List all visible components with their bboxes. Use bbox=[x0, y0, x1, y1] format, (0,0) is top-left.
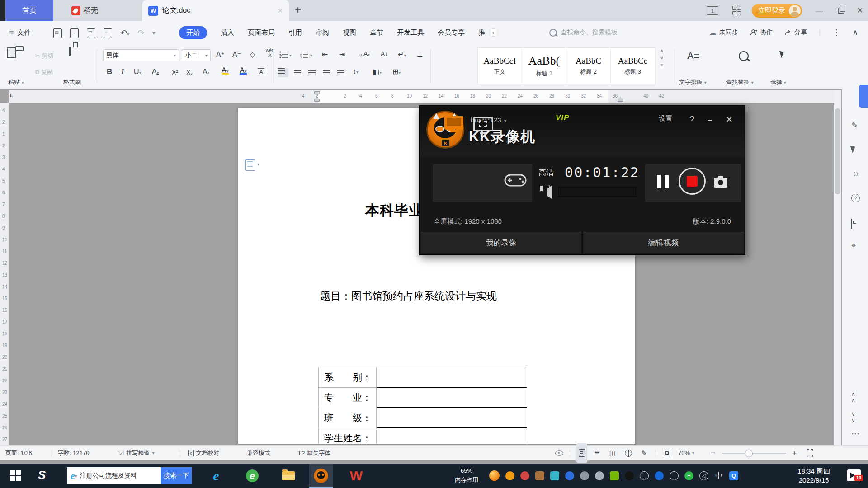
collaborate-button[interactable]: 协作 bbox=[750, 28, 773, 37]
tray-shield-app-icon[interactable] bbox=[565, 471, 574, 480]
apps-grid-icon[interactable] bbox=[727, 0, 745, 21]
menu-tab-7[interactable]: 开发工具 bbox=[397, 28, 424, 37]
read-mode-button[interactable]: ◫ bbox=[609, 446, 616, 460]
menu-tab-8[interactable]: 会员专享 bbox=[438, 28, 465, 37]
increase-indent-icon[interactable]: ⇥ bbox=[339, 50, 345, 59]
vertical-ruler[interactable]: 4212345678910111213141516171819202122232… bbox=[0, 103, 9, 445]
notification-icon[interactable]: 10 bbox=[847, 469, 861, 481]
align-distribute-icon[interactable] bbox=[337, 70, 344, 75]
kk-region-mode-icon[interactable] bbox=[473, 117, 493, 131]
print-icon[interactable] bbox=[87, 28, 95, 38]
menu-tab-5[interactable]: 视图 bbox=[343, 28, 356, 37]
tray-speaker-icon[interactable]: ◁ bbox=[699, 471, 708, 480]
select-icon[interactable] bbox=[779, 50, 786, 58]
search-go-button[interactable]: 搜索一下 bbox=[161, 467, 192, 484]
highlight-color-icon[interactable]: A▾ bbox=[222, 66, 229, 75]
zoom-slider-knob[interactable] bbox=[745, 450, 753, 457]
bullet-list-caret[interactable]: ▾ bbox=[289, 53, 292, 58]
window-count-icon[interactable]: 1 bbox=[703, 0, 722, 21]
font-name-select[interactable]: 黑体▾ bbox=[103, 49, 179, 61]
compat-mode[interactable]: 兼容模式 bbox=[247, 446, 270, 460]
tray-bluetooth-icon[interactable] bbox=[655, 471, 664, 480]
numbered-list-caret[interactable]: ▾ bbox=[310, 53, 312, 58]
kk-minimize-button[interactable]: – bbox=[708, 114, 712, 125]
superscript-icon[interactable]: X² bbox=[172, 69, 178, 76]
pen-icon[interactable]: ✎ bbox=[851, 121, 858, 131]
kk-recorder-window[interactable]: K hua***123 ▼ VIP KK录像机 设置 ? – ✕ 高清 00:0… bbox=[419, 105, 745, 255]
menu-tab-2[interactable]: 页面布局 bbox=[248, 28, 275, 37]
tray-qq-browser-icon[interactable]: Q bbox=[729, 471, 738, 480]
page-setup-caret[interactable]: ▾ bbox=[257, 162, 259, 167]
collapse-ribbon-icon[interactable]: ∧ bbox=[852, 28, 858, 38]
styles-gallery-more[interactable]: ∧∨≡ bbox=[657, 48, 666, 67]
taskbar-search-box[interactable]: e ▾ 注册公司流程及资料 搜索一下 bbox=[67, 467, 192, 484]
menu-tab-4[interactable]: 审阅 bbox=[316, 28, 329, 37]
format-painter-label[interactable]: 格式刷 bbox=[63, 78, 81, 86]
tray-usb-icon[interactable] bbox=[670, 471, 679, 480]
grow-font-icon[interactable]: A⁺ bbox=[216, 50, 225, 59]
scrollbar-thumb[interactable] bbox=[835, 108, 840, 194]
tab-docer[interactable]: 稻壳 bbox=[55, 0, 114, 21]
tab-selector-icon[interactable]: L bbox=[10, 93, 13, 98]
format-painter-button[interactable] bbox=[69, 47, 71, 56]
tray-360-safe-icon[interactable]: + bbox=[684, 471, 693, 480]
zoom-out-button[interactable]: − bbox=[711, 446, 715, 460]
taskbar-kk-recorder[interactable] bbox=[309, 464, 333, 488]
underline-icon[interactable]: U▾ bbox=[134, 68, 142, 76]
numbered-list-icon[interactable]: 123 bbox=[300, 51, 309, 58]
missing-font-button[interactable]: T?缺失字体 bbox=[297, 446, 330, 460]
kk-my-recordings-button[interactable]: 我的录像 bbox=[421, 232, 581, 253]
vertical-scrollbar[interactable] bbox=[834, 90, 841, 445]
sort-icon[interactable]: A↓ bbox=[381, 50, 388, 57]
share-button[interactable]: 分享 bbox=[784, 28, 807, 37]
location-icon[interactable]: ⌖ bbox=[851, 241, 856, 250]
find-replace-label[interactable]: 查找替换 ▾ bbox=[726, 78, 754, 86]
kk-game-mode-icon[interactable] bbox=[504, 172, 527, 188]
text-layout-label[interactable]: 文字排版 ▾ bbox=[679, 78, 707, 86]
paste-button[interactable] bbox=[12, 48, 14, 56]
undo-icon[interactable]: ↶▾ bbox=[120, 28, 129, 38]
word-count[interactable]: 字数: 12170 bbox=[58, 446, 89, 460]
tray-nvidia-icon[interactable] bbox=[610, 471, 619, 480]
cursor-icon[interactable] bbox=[850, 145, 857, 153]
align-left-icon[interactable] bbox=[278, 68, 288, 77]
tray-bell-icon[interactable] bbox=[595, 471, 604, 480]
tray-battery-icon[interactable] bbox=[640, 471, 649, 480]
print-preview-icon[interactable] bbox=[104, 28, 112, 38]
eye-protect-button[interactable] bbox=[555, 446, 563, 460]
export-icon[interactable] bbox=[70, 28, 79, 38]
font-size-select[interactable]: 小二▾ bbox=[182, 49, 211, 61]
menu-tab-6[interactable]: 章节 bbox=[370, 28, 383, 37]
shrink-font-icon[interactable]: A⁻ bbox=[232, 50, 241, 59]
menu-tab-1[interactable]: 插入 bbox=[221, 28, 234, 37]
shading-icon[interactable]: ◧▾ bbox=[373, 67, 382, 76]
clear-format-icon[interactable]: ◇ bbox=[250, 50, 255, 59]
fit-page-button[interactable] bbox=[664, 446, 670, 460]
paste-label[interactable]: 粘贴 ▾ bbox=[8, 78, 24, 86]
tray-building-app-icon[interactable] bbox=[535, 471, 544, 480]
kk-close-button[interactable]: ✕ bbox=[726, 114, 733, 125]
style-cell-3[interactable]: AaBbCc标题 3 bbox=[611, 48, 655, 84]
zoom-slider-track[interactable] bbox=[722, 453, 786, 454]
taskbar-file-explorer[interactable] bbox=[277, 464, 300, 488]
menu-tab-3[interactable]: 引用 bbox=[288, 28, 302, 37]
kk-edit-video-button[interactable]: 编辑视频 bbox=[583, 232, 744, 253]
align-right-icon[interactable] bbox=[308, 70, 316, 75]
zoom-in-button[interactable]: + bbox=[792, 446, 797, 460]
kk-pause-button[interactable] bbox=[657, 175, 669, 188]
page-setup-icon[interactable] bbox=[245, 159, 255, 171]
kk-screenshot-button[interactable] bbox=[714, 178, 727, 188]
wrap-icon[interactable]: ↵▾ bbox=[398, 50, 406, 59]
new-tab-button[interactable]: + bbox=[295, 4, 301, 16]
file-menu[interactable]: ≡ 文件 bbox=[9, 21, 31, 44]
italic-icon[interactable]: I bbox=[121, 67, 124, 76]
form-field[interactable] bbox=[377, 367, 527, 388]
help-side-tab[interactable] bbox=[859, 85, 868, 108]
web-view-button[interactable] bbox=[625, 446, 632, 460]
tab-document[interactable]: W 论文.doc ✕ bbox=[142, 0, 289, 21]
browser-s-icon[interactable]: S bbox=[38, 468, 46, 482]
strikethrough-icon[interactable]: A▾ bbox=[152, 68, 159, 76]
tray-camera-app-icon[interactable] bbox=[550, 471, 559, 480]
more-commands-icon[interactable]: ▾ bbox=[152, 30, 155, 36]
spell-check-button[interactable]: ☑拼写检查▾ bbox=[118, 446, 155, 460]
